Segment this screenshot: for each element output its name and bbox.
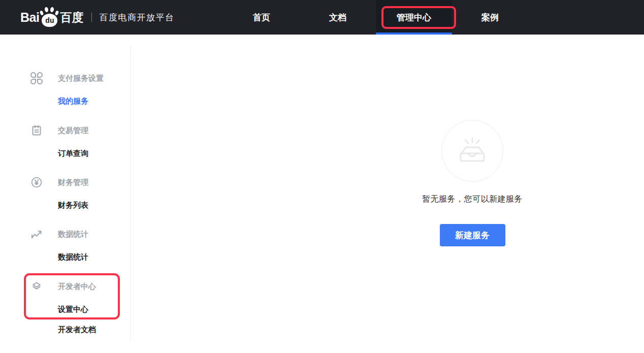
sidebar-item-data-statistics[interactable]: 数据统计 [58, 250, 88, 264]
create-service-button[interactable]: 新建服务 [440, 224, 505, 246]
sidebar-group-payment-settings: 支付服务设置 [30, 72, 104, 85]
sidebar-item-settings-center[interactable]: 设置中心 [58, 303, 88, 316]
empty-state-circle [441, 120, 503, 182]
clover-icon [30, 72, 43, 84]
nav-item-docs[interactable]: 文档 [300, 0, 376, 35]
trend-chart-icon [30, 228, 43, 240]
clipboard-icon [30, 124, 43, 137]
logo-divider [91, 13, 92, 22]
yen-circle-icon [30, 176, 43, 188]
sidebar-group-title: 交易管理 [58, 126, 88, 136]
sidebar-item-finance-list[interactable]: 财务列表 [58, 199, 88, 212]
main-nav: 首页 文档 管理中心 案例 [223, 0, 528, 35]
baidu-logo[interactable]: Bai du 百度 百度电商开放平台 [20, 0, 174, 35]
empty-state-message: 暂无服务，您可以新建服务 [422, 194, 523, 205]
active-tab-underline [376, 33, 452, 35]
sidebar-item-my-services[interactable]: 我的服务 [58, 94, 88, 108]
nav-item-home[interactable]: 首页 [223, 0, 300, 35]
top-header: Bai du 百度 百度电商开放平台 首页 文档 管理中心 案例 [0, 0, 644, 35]
paw-toe-icon [45, 7, 49, 13]
sidebar-group-finance-management: 财务管理 [30, 176, 88, 189]
platform-title: 百度电商开放平台 [99, 12, 174, 23]
sidebar-group-title: 财务管理 [58, 178, 88, 187]
sidebar-group-title: 数据统计 [58, 230, 88, 239]
page: Bai du 百度 百度电商开放平台 首页 文档 管理中心 案例 [0, 0, 644, 353]
nav-item-cases[interactable]: 案例 [452, 0, 528, 35]
paw-toe-icon [40, 10, 44, 16]
baidu-paw-icon: du [40, 7, 59, 28]
sidebar-group-developer-center: 开发者中心 [30, 280, 96, 293]
logo-baidu-cn: 百度 [60, 10, 83, 25]
layers-icon [30, 280, 43, 293]
paw-toe-icon [55, 10, 59, 16]
logo-bai-text: Bai [20, 10, 39, 25]
sidebar-group-title: 支付服务设置 [58, 74, 104, 83]
sidebar-group-trade-management: 交易管理 [30, 124, 88, 137]
sidebar-group-data-statistics: 数据统计 [30, 228, 88, 241]
sidebar-item-developer-docs[interactable]: 开发者文档 [58, 323, 96, 336]
nav-item-management-center[interactable]: 管理中心 [376, 0, 452, 35]
empty-state: 暂无服务，您可以新建服务 新建服务 [371, 120, 574, 246]
sidebar-item-order-query[interactable]: 订单查询 [58, 147, 88, 160]
paw-toe-icon [50, 7, 54, 13]
paw-pad-du-text: du [42, 14, 57, 27]
empty-inbox-icon [454, 134, 491, 168]
sidebar-divider [130, 46, 131, 341]
sidebar-group-title: 开发者中心 [58, 282, 96, 292]
